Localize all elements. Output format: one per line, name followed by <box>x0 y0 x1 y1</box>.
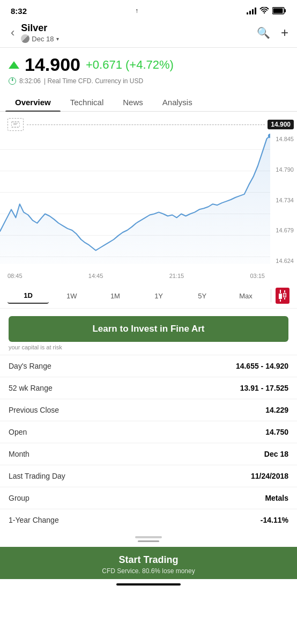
price-section: 14.900 +0.671 (+4.72%) 8:32:06 | Real Ti… <box>0 48 297 88</box>
candle-1 <box>279 290 282 302</box>
tab-overview[interactable]: Overview <box>5 92 61 111</box>
time-range-selector: 1D 1W 1M 1Y 5Y Max <box>0 283 297 309</box>
price-change: +0.671 (+4.72%) <box>86 58 174 72</box>
home-indicator <box>0 579 297 588</box>
stat-label-52wk: 52 wk Range <box>9 384 53 392</box>
price-meta: 8:32:06 | Real Time CFD. Currency in USD <box>9 77 288 85</box>
status-icons <box>247 7 286 14</box>
y-label-3: 14.734 <box>276 197 294 203</box>
contract-month: Dec 18 <box>32 35 54 43</box>
stat-value-days-range: 14.655 - 14.920 <box>236 362 288 370</box>
signal-bar-2 <box>249 11 251 14</box>
time-btn-max[interactable]: Max <box>225 289 266 303</box>
stat-value-month: Dec 18 <box>264 450 288 458</box>
time-btn-1w[interactable]: 1W <box>51 289 92 303</box>
bottom-cta[interactable]: Start Trading CFD Service. 80.6% lose mo… <box>0 547 297 579</box>
stat-label-last-trading-day: Last Trading Day <box>9 472 65 480</box>
chart-container: 14.900 14.845 14.790 14.734 14.679 14.62… <box>0 112 297 283</box>
y-axis-labels: 14.845 14.790 14.734 14.679 14.624 <box>276 136 294 264</box>
candlestick-icon[interactable] <box>276 288 289 304</box>
drag-handle-area <box>0 531 297 547</box>
time-btn-1d[interactable]: 1D <box>8 288 49 304</box>
time-btn-1m[interactable]: 1M <box>94 289 136 303</box>
bottom-cta-subtitle: CFD Service. 80.6% lose money <box>11 567 286 575</box>
drag-handle-bar <box>135 536 162 538</box>
x-label-2: 14:45 <box>88 273 103 279</box>
back-button[interactable]: ‹ <box>9 25 17 41</box>
stat-row-52wk: 52 wk Range 13.91 - 17.525 <box>0 377 297 399</box>
chart-price-label: 14.900 <box>268 120 294 129</box>
chart-expand-icon[interactable] <box>8 118 24 131</box>
chart-svg <box>0 133 270 264</box>
signal-bar-3 <box>252 9 254 14</box>
header-subtitle[interactable]: Dec 18 ▾ <box>21 34 58 43</box>
dashed-price-line <box>27 125 265 125</box>
price-row: 14.900 +0.671 (+4.72%) <box>9 54 288 75</box>
header: ‹ Silver Dec 18 ▾ 🔍 + <box>0 19 297 48</box>
stat-label-open: Open <box>9 428 27 436</box>
time-divider <box>271 289 271 302</box>
add-icon[interactable]: + <box>281 25 288 40</box>
stat-row-prev-close: Previous Close 14.229 <box>0 399 297 421</box>
stat-row-1yr-change: 1-Year Change -14.11% <box>0 509 297 531</box>
stat-row-open: Open 14.750 <box>0 421 297 443</box>
stat-label-days-range: Day's Range <box>9 362 51 370</box>
search-icon[interactable]: 🔍 <box>257 26 270 39</box>
tab-news[interactable]: News <box>113 92 153 111</box>
tab-analysis[interactable]: Analysis <box>153 92 202 111</box>
signal-bars <box>247 7 256 14</box>
clock-icon <box>9 77 16 85</box>
tab-technical[interactable]: Technical <box>61 92 114 111</box>
signal-bar-1 <box>247 12 248 14</box>
stat-label-group: Group <box>9 494 29 502</box>
stat-label-prev-close: Previous Close <box>9 406 59 414</box>
current-price: 14.900 <box>25 54 80 75</box>
drag-handle-bar-2 <box>138 540 159 542</box>
stat-value-last-trading-day: 11/24/2018 <box>251 472 288 480</box>
stat-value-prev-close: 14.229 <box>265 406 288 414</box>
stat-value-open: 14.750 <box>265 428 288 436</box>
bottom-cta-title: Start Trading <box>11 554 286 566</box>
stat-value-1yr-change: -14.11% <box>261 516 288 524</box>
x-axis-labels: 08:45 14:45 21:15 03:15 <box>8 273 265 279</box>
x-label-1: 08:45 <box>8 273 23 279</box>
time-btn-5y[interactable]: 5Y <box>182 289 223 303</box>
stat-row-group: Group Metals <box>0 487 297 509</box>
art-banner-text: Learn to Invest in Fine Art <box>92 324 204 334</box>
svg-rect-1 <box>285 9 286 12</box>
wifi-icon <box>259 7 269 14</box>
stat-value-52wk: 13.91 - 17.525 <box>240 384 288 392</box>
candle-2 <box>283 290 286 299</box>
silver-coin-icon <box>21 34 29 43</box>
status-bar: 8:32 ↑ <box>0 0 297 19</box>
art-banner[interactable]: Learn to Invest in Fine Art <box>9 316 288 342</box>
tabs: Overview Technical News Analysis <box>0 92 297 112</box>
battery-icon <box>272 7 286 14</box>
time-btn-1y[interactable]: 1Y <box>138 289 180 303</box>
status-location-icon: ↑ <box>135 7 138 14</box>
y-label-2: 14.790 <box>276 166 294 173</box>
stat-value-group: Metals <box>265 494 288 502</box>
price-time: 8:32:06 <box>19 77 41 85</box>
header-right: 🔍 + <box>257 25 288 40</box>
header-title-block: Silver Dec 18 ▾ <box>21 23 58 43</box>
signal-bar-4 <box>255 8 256 14</box>
stat-row-month: Month Dec 18 <box>0 443 297 465</box>
y-label-4: 14.679 <box>276 227 294 233</box>
banner-disclaimer: your capital is at risk <box>9 344 288 350</box>
stat-label-1yr-change: 1-Year Change <box>9 516 59 524</box>
x-label-3: 21:15 <box>169 273 184 279</box>
x-label-4: 03:15 <box>250 273 265 279</box>
svg-rect-2 <box>273 9 283 13</box>
stat-label-month: Month <box>9 450 29 458</box>
price-meta-text: | Real Time CFD. Currency in USD <box>44 77 143 85</box>
home-bar <box>116 583 181 586</box>
asset-title: Silver <box>21 23 58 34</box>
stats-table: Day's Range 14.655 - 14.920 52 wk Range … <box>0 355 297 531</box>
stat-row-days-range: Day's Range 14.655 - 14.920 <box>0 355 297 377</box>
up-arrow-icon <box>9 61 19 69</box>
stat-row-last-trading-day: Last Trading Day 11/24/2018 <box>0 465 297 487</box>
dropdown-arrow-icon: ▾ <box>56 36 59 42</box>
y-label-1: 14.845 <box>276 136 294 142</box>
status-time: 8:32 <box>11 6 27 16</box>
